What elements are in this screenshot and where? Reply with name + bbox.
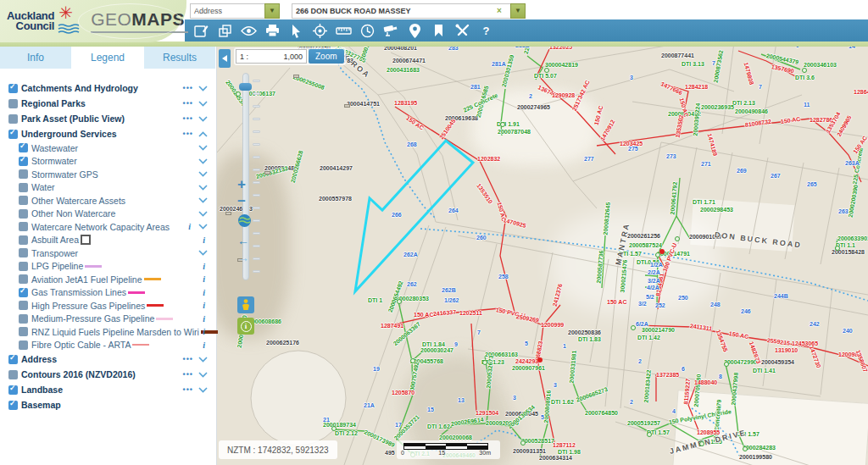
zoom-button[interactable]: Zoom: [309, 49, 344, 64]
sidebar-collapse-button[interactable]: [219, 49, 231, 68]
layer-checkbox[interactable]: [8, 370, 18, 379]
layer-checkbox[interactable]: [19, 169, 28, 179]
layer-label[interactable]: Regional Parks: [21, 98, 86, 108]
chevron-down-icon[interactable]: [198, 116, 208, 122]
layer-checkbox[interactable]: [8, 130, 18, 139]
layer-menu-dots[interactable]: •••: [183, 355, 193, 363]
pointer-icon[interactable]: [288, 23, 304, 39]
auckland-council-logo[interactable]: Auckland Council ✳: [0, 7, 82, 36]
layer-checkbox[interactable]: [19, 143, 28, 152]
layer-info-icon[interactable]: i: [200, 274, 208, 284]
layer-checkbox[interactable]: [8, 99, 18, 108]
back-extent-button[interactable]: ←: [237, 234, 249, 247]
layer-checkbox[interactable]: [8, 84, 18, 93]
locate-target-icon[interactable]: [312, 23, 328, 39]
search-category-select[interactable]: Address: [190, 3, 264, 19]
layer-label[interactable]: Park Asset (Public View): [21, 113, 125, 124]
layer-label[interactable]: High Pressure Gas Pipelines: [31, 301, 145, 311]
camera-icon[interactable]: [383, 23, 399, 39]
layer-label[interactable]: Water: [31, 182, 55, 192]
chevron-down-icon[interactable]: [198, 224, 208, 230]
layer-checkbox[interactable]: [19, 157, 28, 166]
layer-checkbox[interactable]: [19, 262, 28, 271]
chevron-up-icon[interactable]: [198, 131, 208, 137]
layer-checkbox[interactable]: [19, 209, 28, 219]
chevron-down-icon[interactable]: [198, 171, 208, 177]
layer-checkbox[interactable]: [19, 274, 28, 284]
layer-label[interactable]: Stormwater: [31, 156, 77, 166]
layer-info-icon[interactable]: i: [186, 222, 193, 231]
layer-label[interactable]: Other Watercare Assets: [31, 196, 125, 206]
layer-label[interactable]: Asbuilt Area: [31, 235, 79, 245]
chevron-down-icon[interactable]: [198, 86, 208, 91]
layer-checkbox[interactable]: [8, 114, 18, 124]
chevron-down-icon[interactable]: [198, 145, 208, 151]
layer-label[interactable]: Other Non Watercare: [31, 208, 115, 219]
print-icon[interactable]: [264, 23, 281, 39]
chevron-down-icon[interactable]: [198, 185, 208, 191]
map-canvas[interactable]: 2000022450200063378320004082012000674471…: [217, 42, 868, 465]
layers-icon[interactable]: [217, 23, 233, 39]
layer-label[interactable]: Stormwater GPS: [31, 169, 98, 180]
layer-label[interactable]: Aviation JetA1 Fuel Pipeline: [31, 274, 142, 285]
layer-label[interactable]: Medium-Pressure Gas Pipeline: [31, 313, 154, 324]
layer-label[interactable]: Transpower: [31, 248, 78, 258]
layer-menu-dots[interactable]: •••: [183, 114, 193, 123]
help-icon[interactable]: ?: [478, 23, 494, 39]
layer-label[interactable]: Underground Services: [21, 129, 117, 139]
layer-menu-dots[interactable]: •••: [183, 385, 193, 394]
search-input[interactable]: [292, 3, 510, 19]
full-extent-globe-button[interactable]: [237, 213, 252, 231]
tab-info[interactable]: Info: [0, 47, 72, 69]
basemap-gallery-icon[interactable]: [193, 23, 209, 39]
layer-info-icon[interactable]: i: [200, 314, 208, 324]
layer-checkbox[interactable]: [19, 301, 28, 310]
layer-checkbox[interactable]: [19, 288, 28, 297]
layer-label[interactable]: Fibre Optic Cable - ARTA: [31, 340, 131, 350]
layer-checkbox[interactable]: [19, 314, 28, 324]
layer-checkbox[interactable]: [19, 248, 28, 257]
layer-label[interactable]: Basemap: [21, 400, 61, 410]
layer-checkbox[interactable]: [19, 183, 28, 192]
layer-label[interactable]: Gas Transmission Lines: [31, 287, 126, 297]
scale-input[interactable]: 1 : 1,000: [236, 49, 307, 64]
layer-info-icon[interactable]: i: [200, 340, 208, 350]
layer-info-icon[interactable]: i: [200, 262, 208, 271]
measure-ruler-icon[interactable]: [336, 23, 352, 39]
bookmark-icon[interactable]: [431, 23, 447, 39]
layer-info-icon[interactable]: i: [200, 288, 208, 297]
places-pin-icon[interactable]: [407, 23, 423, 39]
layer-menu-dots[interactable]: •••: [183, 84, 193, 92]
layer-label[interactable]: Catchments And Hydrology: [21, 83, 138, 93]
layer-info-icon[interactable]: i: [200, 235, 208, 245]
chevron-down-icon[interactable]: [198, 197, 208, 203]
layer-info-icon[interactable]: i: [200, 327, 208, 336]
layer-checkbox[interactable]: [19, 327, 28, 336]
chevron-down-icon[interactable]: [198, 211, 208, 217]
layer-label[interactable]: Address: [21, 354, 57, 364]
chevron-down-icon[interactable]: [198, 387, 208, 393]
streetview-pegman-button[interactable]: [237, 296, 254, 313]
layer-checkbox[interactable]: [19, 235, 28, 245]
layer-label[interactable]: LPG Pipeline: [31, 261, 83, 271]
layer-checkbox[interactable]: [19, 222, 28, 231]
layer-menu-dots[interactable]: •••: [183, 99, 193, 108]
chevron-down-icon[interactable]: [198, 158, 208, 164]
tab-legend[interactable]: Legend: [72, 47, 144, 69]
chevron-down-icon[interactable]: [198, 101, 208, 107]
forward-extent-button[interactable]: →: [237, 251, 249, 264]
layer-checkbox[interactable]: [8, 401, 18, 410]
tools-icon[interactable]: [454, 23, 470, 39]
layer-checkbox[interactable]: [8, 355, 18, 364]
layer-checkbox[interactable]: [19, 196, 28, 205]
history-clock-icon[interactable]: [359, 23, 376, 39]
chevron-down-icon[interactable]: [198, 372, 208, 378]
search-dropdown-button[interactable]: ▼: [510, 3, 526, 19]
zoom-in-button[interactable]: +: [237, 176, 246, 193]
layer-menu-dots[interactable]: •••: [183, 130, 193, 138]
tab-results[interactable]: Results: [144, 47, 216, 69]
chevron-down-icon[interactable]: [198, 250, 208, 256]
layer-checkbox[interactable]: [8, 385, 18, 395]
layer-checkbox[interactable]: [19, 340, 28, 350]
zoom-slider-handle[interactable]: [239, 83, 252, 91]
